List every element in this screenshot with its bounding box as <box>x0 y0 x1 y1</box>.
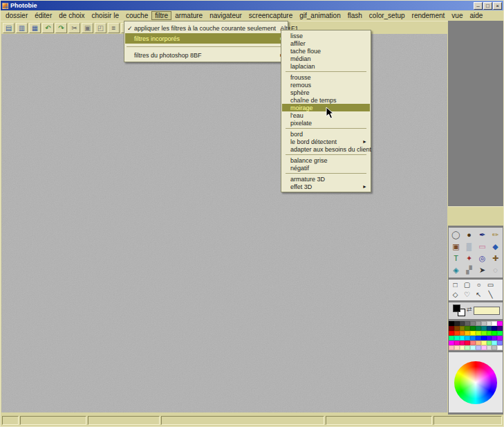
airbrush-icon[interactable]: ▒ <box>463 242 475 252</box>
palette-color[interactable] <box>470 321 476 326</box>
submenu-item-adapter-aux-besoins-du-client[interactable]: adapter aux besoins du client <box>282 145 370 153</box>
submenu-item-n-gatif[interactable]: négatif <box>282 164 370 172</box>
shape-line-icon[interactable]: ╲ <box>486 291 495 299</box>
layers-icon[interactable]: ≡ <box>108 23 120 33</box>
palette-color[interactable] <box>470 326 476 331</box>
shape-heart-icon[interactable]: ♡ <box>463 291 472 299</box>
submenu-item-effet-3d[interactable]: effet 3D► <box>282 183 370 190</box>
palette-color[interactable] <box>454 326 460 331</box>
menu-item-rendement[interactable]: rendement <box>409 11 449 20</box>
ellipse-select-icon[interactable]: ◯ <box>450 230 462 240</box>
palette-color[interactable] <box>454 340 460 345</box>
menu-item-gif_animation[interactable]: gif_animation <box>296 11 344 20</box>
palette-color[interactable] <box>449 326 454 331</box>
palette-color[interactable] <box>470 345 476 350</box>
pencil-icon[interactable]: ✏ <box>489 230 501 240</box>
palette-color[interactable] <box>487 331 492 336</box>
palette-color[interactable] <box>476 345 481 350</box>
foreground-color-swatch[interactable] <box>453 305 460 312</box>
palette-color[interactable] <box>481 326 487 331</box>
palette-color[interactable] <box>497 326 503 331</box>
palette-color[interactable] <box>487 340 492 345</box>
palette-color[interactable] <box>497 340 503 345</box>
palette-color[interactable] <box>481 336 487 340</box>
filtre-menu-item-filtres-incorpor-s[interactable]: filtres incorporés► <box>125 33 287 44</box>
menu-item-couche[interactable]: couche <box>122 11 151 20</box>
palette-color[interactable] <box>492 336 497 340</box>
menu-item-aide[interactable]: aide <box>466 11 486 20</box>
move-icon[interactable]: ➤ <box>476 265 488 275</box>
palette-color[interactable] <box>470 340 476 345</box>
submenu-item-laplacian[interactable]: laplacian <box>282 62 370 70</box>
palette-color[interactable] <box>497 331 503 336</box>
eraser-icon[interactable]: ▭ <box>476 242 488 252</box>
palette-color[interactable] <box>492 340 497 345</box>
palette-color[interactable] <box>497 345 503 350</box>
pen-icon[interactable]: ✒ <box>476 230 488 240</box>
undo-icon[interactable]: ↶ <box>42 23 54 33</box>
submenu-item-bord[interactable]: bord <box>282 130 370 138</box>
color-wheel[interactable] <box>454 361 497 404</box>
palette-color[interactable] <box>449 345 454 350</box>
palette-color[interactable] <box>454 336 460 340</box>
text-icon[interactable]: T <box>450 253 462 264</box>
shapes-tool-icon[interactable]: ◈ <box>450 265 462 275</box>
palette-color[interactable] <box>454 345 460 350</box>
brush-icon[interactable]: ● <box>463 230 475 240</box>
palette-color[interactable] <box>449 340 454 345</box>
palette-color[interactable] <box>481 331 487 336</box>
submenu-item-balance-grise[interactable]: balance grise <box>282 156 370 164</box>
shape-bar-icon[interactable]: ▭ <box>486 281 495 289</box>
shape-ellipse-icon[interactable]: ○ <box>474 281 483 289</box>
submenu-item-frousse[interactable]: frousse <box>282 73 370 81</box>
menu-item-dossier[interactable]: dossier <box>2 11 31 20</box>
menu-item-armature[interactable]: armature <box>171 11 206 20</box>
open-file-icon[interactable]: ▥ <box>16 23 28 33</box>
palette-color[interactable] <box>460 326 465 331</box>
menu-item-navigateur[interactable]: navigateur <box>206 11 245 20</box>
palette-color[interactable] <box>465 331 470 336</box>
submenu-item-le-bord-d-tectent[interactable]: le bord détectent► <box>282 138 370 145</box>
redo-icon[interactable]: ↷ <box>55 23 67 33</box>
new-file-icon[interactable]: ▤ <box>3 23 15 33</box>
palette-color[interactable] <box>460 345 465 350</box>
palette-color[interactable] <box>476 321 481 326</box>
blur-tool-icon[interactable]: ◌ <box>489 265 501 275</box>
swap-colors-icon[interactable]: ⇄ <box>467 306 472 313</box>
palette-color[interactable] <box>492 326 497 331</box>
submenu-item-affiler[interactable]: affiler <box>282 39 370 47</box>
crop-icon[interactable]: ✂ <box>68 23 80 33</box>
menu-item-filtre[interactable]: filtre <box>151 11 171 20</box>
menu-item-screencapture[interactable]: screencapture <box>245 11 296 20</box>
palette-color[interactable] <box>454 321 460 326</box>
submenu-item-remous[interactable]: remous <box>282 81 370 89</box>
palette-color[interactable] <box>481 321 487 326</box>
palette-color[interactable] <box>460 331 465 336</box>
filtre-menu-item-filtres-du-photoshop-8bf[interactable]: filtres du photoshop 8BF► <box>125 50 287 60</box>
palette-color[interactable] <box>476 331 481 336</box>
submenu-item-cha-ne-de-temps[interactable]: chaîne de temps <box>282 96 370 104</box>
copy-icon[interactable]: ▣ <box>82 23 93 33</box>
palette-color[interactable] <box>460 336 465 340</box>
palette-color[interactable] <box>492 321 497 326</box>
fill-icon[interactable]: ◆ <box>489 242 501 252</box>
shape-polygon-icon[interactable]: ◇ <box>451 291 460 299</box>
menu-item-de-choix[interactable]: de choix <box>55 11 88 20</box>
filtre-menu-item-appliquer-les-filtres-la-couche-courante-seulement[interactable]: ✓appliquer les filtres à la couche coura… <box>125 23 287 33</box>
palette-color[interactable] <box>492 331 497 336</box>
submenu-item-sph-re[interactable]: sphère <box>282 89 370 96</box>
palette-color[interactable] <box>465 336 470 340</box>
palette-color[interactable] <box>487 336 492 340</box>
close-button[interactable]: × <box>493 2 502 10</box>
submenu-item-armature-3d[interactable]: armature 3D <box>282 175 370 183</box>
capture-icon[interactable]: ◰ <box>95 23 106 33</box>
palette-color[interactable] <box>449 336 454 340</box>
hand-icon[interactable]: ✚ <box>489 253 501 264</box>
palette-color[interactable] <box>470 331 476 336</box>
palette-color[interactable] <box>487 345 492 350</box>
palette-color[interactable] <box>481 345 487 350</box>
palette-color[interactable] <box>487 321 492 326</box>
palette-color[interactable] <box>449 331 454 336</box>
submenu-item-lisse[interactable]: lisse <box>282 32 370 39</box>
shape-rect-icon[interactable]: □ <box>451 281 460 289</box>
